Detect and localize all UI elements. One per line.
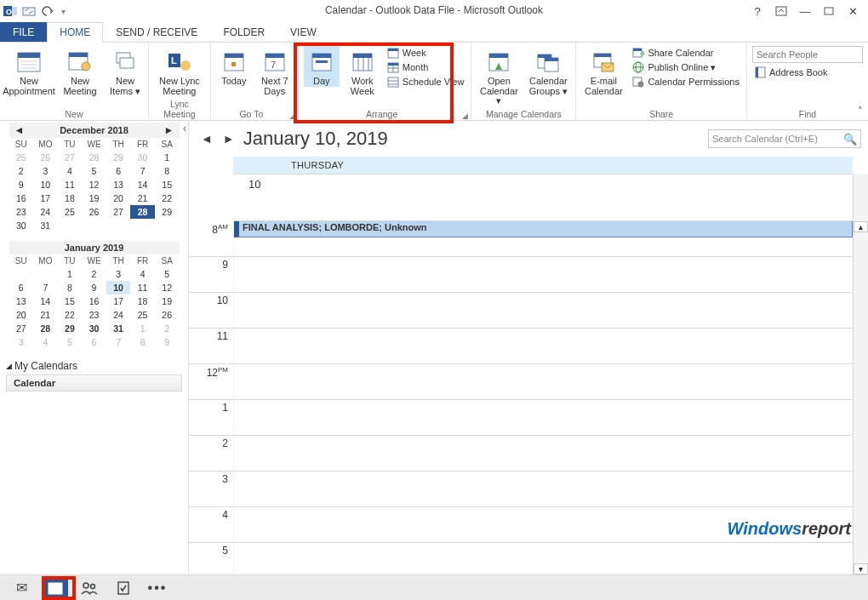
email-calendar-button[interactable]: E-mail Calendar [581, 46, 625, 96]
my-calendars-header[interactable]: ◢My Calendars [1, 357, 187, 374]
collapse-ribbon-icon[interactable]: ˄ [858, 106, 863, 117]
day-cell[interactable]: 27 [9, 322, 34, 335]
open-calendar-button[interactable]: Open Calendar ▾ [477, 46, 521, 106]
nav-calendar-icon[interactable] [43, 579, 68, 597]
day-view-button[interactable]: Day [304, 46, 340, 87]
time-cell[interactable]: FINAL ANALYSIS; LOMBORDE; Unknown [233, 221, 853, 256]
day-cell[interactable]: 1 [155, 151, 180, 164]
time-row[interactable]: 4 [189, 507, 853, 543]
address-book-button[interactable]: Address Book [752, 66, 829, 79]
day-cell[interactable]: 25 [58, 205, 83, 219]
qat-undo-icon[interactable] [41, 4, 54, 18]
maximize-icon[interactable] [822, 4, 836, 18]
day-cell[interactable]: 23 [9, 205, 34, 219]
day-cell[interactable]: 5 [58, 335, 83, 349]
day-cell[interactable]: 9 [9, 178, 34, 191]
day-cell[interactable]: 28 [130, 205, 155, 219]
time-row[interactable]: 5 [189, 543, 853, 574]
time-row[interactable]: 10 [189, 293, 853, 329]
day-cell[interactable]: 9 [82, 281, 106, 294]
day-cell[interactable]: 6 [106, 164, 131, 178]
day-cell[interactable]: 24 [33, 205, 58, 219]
time-row[interactable]: 11 [189, 329, 853, 364]
time-row[interactable]: 2 [189, 436, 853, 471]
time-row[interactable]: 12PM [189, 364, 853, 400]
week-view-button[interactable]: Week [385, 46, 466, 60]
day-cell[interactable]: 8 [130, 335, 155, 349]
time-cell[interactable] [233, 471, 853, 506]
day-cell[interactable]: 13 [106, 178, 131, 191]
day-cell[interactable]: 20 [9, 308, 34, 322]
time-row[interactable]: 9 [189, 257, 853, 293]
day-cell[interactable]: 17 [106, 294, 131, 308]
search-people-input[interactable] [752, 46, 863, 63]
day-cell[interactable]: 18 [58, 191, 83, 205]
month-view-button[interactable]: Month [385, 60, 466, 74]
minimize-icon[interactable]: — [798, 4, 812, 18]
prev-month-icon[interactable]: ◄ [13, 124, 26, 136]
new-meeting-button[interactable]: New Meeting [58, 46, 102, 96]
time-cell[interactable] [233, 293, 853, 328]
day-cell[interactable]: 21 [130, 191, 155, 205]
appointment[interactable]: FINAL ANALYSIS; LOMBORDE; Unknown [234, 221, 853, 237]
day-cell[interactable]: 23 [82, 308, 106, 322]
day-cell[interactable]: 2 [9, 164, 34, 178]
day-cell[interactable]: 26 [33, 151, 58, 164]
tab-folder[interactable]: FOLDER [210, 22, 277, 42]
schedule-view-button[interactable]: Schedule View [385, 75, 466, 89]
day-cell[interactable]: 29 [58, 322, 83, 335]
day-cell[interactable]: 29 [106, 151, 131, 164]
day-cell[interactable]: 26 [155, 308, 180, 322]
time-grid[interactable]: 8AMFINAL ANALYSIS; LOMBORDE; Unknown9101… [189, 221, 868, 574]
qat-customize-icon[interactable]: ▾ [61, 7, 66, 16]
day-cell[interactable]: 22 [58, 308, 83, 322]
day-cell[interactable]: 30 [9, 219, 34, 232]
workweek-view-button[interactable]: Work Week [345, 46, 380, 96]
day-cell[interactable]: 2 [155, 322, 180, 335]
day-cell[interactable]: 4 [58, 164, 83, 178]
next-month-icon[interactable]: ► [163, 124, 176, 136]
calendar-item[interactable]: Calendar [6, 374, 182, 391]
day-cell[interactable]: 7 [33, 281, 58, 294]
time-row[interactable]: 3 [189, 471, 853, 507]
day-cell[interactable]: 5 [155, 267, 180, 281]
day-cell[interactable]: 31 [33, 219, 58, 232]
day-cell[interactable]: 10 [106, 281, 131, 294]
day-cell[interactable]: 20 [106, 191, 131, 205]
arrange-dialog-launcher[interactable]: ◢ [462, 111, 468, 120]
nav-mail-icon[interactable]: ✉ [9, 579, 34, 597]
tab-file[interactable]: FILE [0, 22, 47, 42]
day-cell[interactable]: 5 [82, 164, 106, 178]
time-cell[interactable] [233, 364, 853, 399]
scroll-up-icon[interactable]: ▴ [854, 221, 868, 232]
today-button[interactable]: Today [216, 46, 252, 87]
calendar-permissions-button[interactable]: Calendar Permissions [631, 75, 741, 89]
day-cell[interactable]: 25 [130, 308, 155, 322]
day-cell[interactable]: 3 [9, 335, 34, 349]
time-cell[interactable] [233, 436, 853, 471]
day-cell[interactable]: 17 [33, 191, 58, 205]
time-cell[interactable] [233, 329, 853, 363]
time-cell[interactable] [233, 507, 853, 542]
day-cell[interactable]: 9 [155, 335, 180, 349]
calendar-groups-button[interactable]: Calendar Groups ▾ [526, 46, 570, 96]
time-cell[interactable] [233, 400, 853, 435]
nav-tasks-icon[interactable] [111, 579, 136, 597]
ribbon-display-icon[interactable] [774, 4, 788, 18]
day-cell[interactable]: 3 [106, 267, 131, 281]
next7days-button[interactable]: 7 Next 7 Days [257, 46, 293, 96]
day-cell[interactable]: 6 [82, 335, 106, 349]
day-cell[interactable]: 16 [82, 294, 106, 308]
day-cell[interactable]: 30 [130, 151, 155, 164]
help-icon[interactable]: ? [751, 4, 764, 18]
day-cell[interactable]: 4 [130, 267, 155, 281]
day-cell[interactable]: 13 [9, 294, 34, 308]
new-items-button[interactable]: New Items ▾ [107, 46, 143, 96]
goto-dialog-launcher[interactable]: ◢ [289, 111, 295, 120]
day-cell[interactable]: 7 [106, 335, 131, 349]
day-cell[interactable]: 19 [155, 294, 180, 308]
day-cell[interactable]: 25 [9, 151, 34, 164]
scrollbar[interactable]: ▴ ▾ [853, 221, 868, 574]
day-cell[interactable]: 28 [33, 322, 58, 335]
tab-sendreceive[interactable]: SEND / RECEIVE [103, 22, 210, 42]
